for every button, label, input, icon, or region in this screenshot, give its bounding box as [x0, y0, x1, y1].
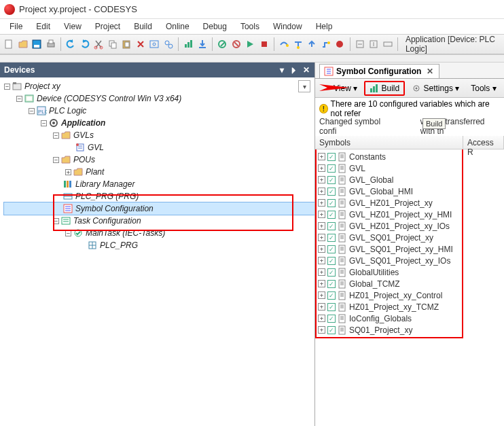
menu-project[interactable]: Project [88, 20, 127, 33]
minimize-pane-icon[interactable]: ▾ [278, 65, 286, 75]
symbol-row[interactable]: +✓HZ01_Project_xy_TCMZ [315, 301, 504, 313]
tree-item[interactable]: PLC_PRG (PRG) [4, 190, 314, 202]
symbol-list[interactable]: +✓Constants+✓GVL+✓GVL_Global+✓GVL_Global… [315, 149, 504, 426]
find-icon[interactable] [148, 37, 161, 52]
symbol-row[interactable]: +✓GVL [315, 162, 504, 174]
expander-icon[interactable]: + [318, 291, 325, 299]
copy-icon[interactable] [107, 37, 120, 52]
symbol-row[interactable]: +✓SQ01_Project_xy [315, 324, 504, 336]
symbol-row[interactable]: +✓GVL_Global_HMI [315, 185, 504, 197]
settings-dropdown[interactable]: Settings ▾ [407, 81, 464, 96]
expander-icon[interactable]: + [318, 268, 325, 276]
expander-icon[interactable]: − [53, 218, 59, 224]
checkbox-icon[interactable]: ✓ [327, 188, 336, 196]
tree-filter-dropdown[interactable]: ▾ [298, 80, 310, 92]
step-out-icon[interactable] [306, 37, 319, 52]
checkbox-icon[interactable]: ✓ [327, 257, 336, 265]
menu-tools[interactable]: Tools [234, 20, 266, 33]
checkbox-icon[interactable]: ✓ [327, 291, 336, 300]
breakpoint-icon[interactable] [334, 37, 346, 52]
menu-window[interactable]: Window [266, 20, 309, 33]
new-icon[interactable] [3, 37, 16, 52]
cut-icon[interactable] [92, 37, 105, 52]
logout-icon[interactable] [230, 37, 243, 52]
expander-icon[interactable]: − [29, 108, 35, 114]
step-over-icon[interactable] [278, 37, 291, 52]
checkbox-icon[interactable]: ✓ [327, 315, 336, 323]
symbol-row[interactable]: +✓HZ01_Project_xy_Control [315, 289, 504, 301]
expander-icon[interactable]: + [318, 188, 325, 195]
col-access[interactable]: Access R [463, 136, 504, 149]
symbol-row[interactable]: +✓GVL_SQ01_Project_xy_HMI [315, 243, 504, 255]
symbol-row[interactable]: +✓GVL_HZ01_Project_xy_IOs [315, 220, 504, 232]
checkbox-icon[interactable]: ✓ [327, 268, 336, 277]
tree-item[interactable]: GVL [4, 141, 314, 154]
expander-icon[interactable]: − [53, 157, 59, 163]
expander-icon[interactable]: + [318, 153, 325, 160]
device-tree[interactable]: −Project xy−Device (CODESYS Control Win … [0, 77, 314, 254]
download-icon[interactable] [196, 37, 209, 52]
step-into-icon[interactable] [291, 37, 304, 52]
misc1-icon[interactable] [353, 37, 366, 52]
checkbox-icon[interactable]: ✓ [327, 234, 336, 242]
find2-icon[interactable] [162, 37, 175, 52]
tools-dropdown[interactable]: Tools ▾ [466, 81, 501, 96]
tree-item[interactable]: Library Manager [4, 178, 314, 190]
expander-icon[interactable]: + [318, 234, 325, 241]
delete-icon[interactable] [134, 37, 147, 52]
symbol-row[interactable]: +✓IoConfig_Globals [315, 313, 504, 324]
symbol-row[interactable]: +✓GVL_HZ01_Project_xy_HMI [315, 209, 504, 220]
expander-icon[interactable]: + [318, 257, 325, 264]
checkbox-icon[interactable]: ✓ [327, 280, 336, 288]
menu-build[interactable]: Build [127, 20, 159, 33]
print-icon[interactable] [45, 37, 58, 52]
save-icon[interactable] [31, 37, 43, 52]
start-icon[interactable] [244, 37, 257, 52]
expander-icon[interactable]: + [65, 169, 71, 175]
expander-icon[interactable]: + [318, 280, 325, 287]
symbol-row[interactable]: +✓GVL_SQ01_Project_xy [315, 232, 504, 243]
misc3-icon[interactable] [382, 37, 395, 52]
redo-icon[interactable] [79, 37, 92, 52]
checkbox-icon[interactable]: ✓ [327, 176, 336, 184]
symbol-row[interactable]: +✓GlobalUtilities [315, 266, 504, 278]
expander-icon[interactable]: + [318, 245, 325, 253]
build-icon[interactable] [182, 37, 195, 52]
checkbox-icon[interactable]: ✓ [327, 153, 336, 161]
expander-icon[interactable]: − [65, 230, 71, 236]
checkbox-icon[interactable]: ✓ [327, 199, 336, 207]
stop-icon[interactable] [258, 37, 271, 52]
tab-close-icon[interactable]: ✕ [424, 67, 433, 76]
symbol-row[interactable]: +✓GVL_SQ01_Project_xy_IOs [315, 255, 504, 266]
menu-debug[interactable]: Debug [196, 20, 234, 33]
checkbox-icon[interactable]: ✓ [327, 245, 336, 253]
expander-icon[interactable]: + [318, 211, 325, 218]
undo-icon[interactable] [65, 37, 77, 52]
expander-icon[interactable]: + [318, 164, 325, 172]
tree-item[interactable]: −Task Configuration [4, 215, 314, 227]
checkbox-icon[interactable]: ✓ [327, 326, 336, 334]
expander-icon[interactable]: + [318, 222, 325, 230]
tree-item[interactable]: PLC_PRG [4, 239, 314, 251]
checkbox-icon[interactable]: ✓ [327, 222, 336, 230]
expander-icon[interactable]: + [318, 199, 325, 207]
open-icon[interactable] [17, 37, 30, 52]
tree-item[interactable]: −Project xy [4, 80, 314, 92]
tree-item[interactable]: −POUs [4, 154, 314, 166]
expander-icon[interactable]: − [16, 96, 22, 102]
menu-online[interactable]: Online [159, 20, 196, 33]
step-icon[interactable] [320, 37, 333, 52]
expander-icon[interactable]: − [41, 120, 47, 126]
tree-item[interactable]: −Application [4, 117, 314, 129]
checkbox-icon[interactable]: ✓ [327, 164, 336, 173]
expander-icon[interactable]: + [318, 326, 325, 334]
tab-symbol-configuration[interactable]: Symbol Configuration ✕ [319, 64, 439, 78]
paste-icon[interactable] [120, 37, 133, 52]
checkbox-icon[interactable]: ✓ [327, 211, 336, 219]
pin-pane-icon[interactable]: ⏵ [290, 65, 298, 75]
misc2-icon[interactable] [367, 37, 380, 52]
menu-help[interactable]: Help [309, 20, 340, 33]
expander-icon[interactable]: − [4, 84, 10, 90]
tree-item[interactable]: −MainTask (IEC-Tasks) [4, 227, 314, 239]
tree-item[interactable]: −PLCPLC Logic [4, 105, 314, 117]
